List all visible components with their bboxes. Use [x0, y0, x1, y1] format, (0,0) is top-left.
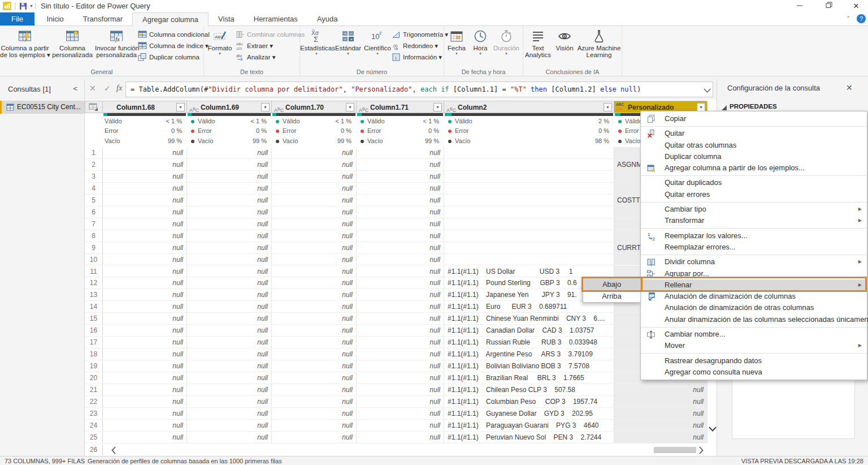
grid-cell[interactable] [444, 230, 614, 242]
grid-cell[interactable]: null [357, 301, 444, 313]
grid-cell[interactable]: null [272, 408, 357, 420]
grid-cell[interactable]: null [357, 206, 444, 218]
grid-cell[interactable]: null [103, 171, 187, 183]
menu-item-cambiar-tipo[interactable]: Cambiar tipo▶ [641, 204, 867, 215]
row-number[interactable]: 2 [85, 159, 103, 171]
row-number[interactable]: 20 [85, 372, 103, 384]
row-number[interactable]: 21 [85, 384, 103, 396]
menu-item-anulación-de-dinamización-de-otras-columnas[interactable]: Anulación de dinamización de otras colum… [641, 302, 867, 313]
close-window-button[interactable]: ✕ [847, 0, 866, 12]
grid-cell[interactable]: null [103, 408, 187, 420]
settings-pane-close-icon[interactable]: ✕ [846, 83, 853, 92]
ribbon-button-azure-machine[interactable]: Azure MachineLearning [576, 26, 622, 72]
row-number[interactable]: 24 [85, 420, 103, 432]
quick-access-dropdown-icon[interactable]: ▼ [29, 4, 33, 8]
grid-cell[interactable]: null [187, 277, 272, 289]
grid-cell[interactable]: null [272, 313, 357, 325]
filter-dropdown-icon[interactable]: ▼ [176, 103, 185, 111]
grid-cell[interactable]: null [357, 420, 444, 432]
menu-item-agregar-como-consulta-nueva[interactable]: Agregar como consulta nueva [641, 367, 867, 378]
row-number[interactable]: 6 [85, 206, 103, 218]
grid-cell[interactable]: null [187, 230, 272, 242]
grid-cell[interactable]: null [103, 147, 187, 159]
grid-cell[interactable]: null [357, 230, 444, 242]
grid-cell[interactable]: null [272, 159, 357, 171]
grid-cell[interactable]: null [272, 432, 357, 444]
grid-cell[interactable]: null [187, 360, 272, 372]
grid-cell[interactable]: null [272, 266, 357, 278]
grid-cell[interactable]: null [272, 183, 357, 195]
grid-cell[interactable]: null [187, 408, 272, 420]
grid-cell[interactable]: null [103, 360, 187, 372]
grid-cell[interactable]: null [103, 289, 187, 301]
grid-cell[interactable]: null [272, 396, 357, 408]
column-header-column1.71[interactable]: ABCColumn1.71▼ [357, 101, 444, 113]
grid-cell[interactable]: null [187, 242, 272, 254]
filter-dropdown-icon[interactable]: ▼ [261, 103, 270, 111]
ribbon-button-columna-de-índice-[interactable]: 123Columna de índice ▾ [138, 40, 203, 51]
grid-cell[interactable]: null [272, 242, 357, 254]
select-all-corner[interactable] [85, 101, 103, 113]
grid-cell[interactable] [444, 218, 614, 230]
ribbon-button-hora[interactable]: Hora▼ [469, 26, 492, 72]
grid-cell[interactable]: #1.1(#1.1) Argentine Peso ARS 3 3.79109 [444, 348, 614, 360]
submenu-item-abajo[interactable]: Abajo [583, 278, 640, 290]
ribbon-button-trigonometría-[interactable]: Trigonometría ▾ [392, 29, 442, 40]
grid-cell[interactable]: null [103, 325, 187, 337]
grid-cell[interactable]: null [103, 206, 187, 218]
grid-cell[interactable]: #1.1(#1.1) Columbian Peso COP 3 1957.74 [444, 396, 614, 408]
column-header-column1.69[interactable]: ABCColumn1.69▼ [187, 101, 272, 113]
row-number[interactable]: 15 [85, 313, 103, 325]
ribbon-button-duplicar-columna[interactable]: Duplicar columna [138, 51, 203, 63]
grid-cell[interactable]: null [357, 147, 444, 159]
grid-cell[interactable]: #1.1(#1.1) Russian Ruble RUB 3 0.033948 [444, 337, 614, 348]
grid-cell[interactable]: #1.1(#1.1) Bolivian Boliviano BOB 3 7.57… [444, 360, 614, 372]
grid-cell[interactable]: null [357, 266, 444, 278]
row-number[interactable]: 13 [85, 289, 103, 301]
row-number[interactable]: 25 [85, 432, 103, 444]
ribbon-button-redondeo-[interactable]: .00Redondeo ▾ [392, 40, 442, 51]
row-number[interactable]: 9 [85, 242, 103, 254]
grid-cell[interactable]: null [187, 254, 272, 266]
tab-vista[interactable]: Vista [209, 12, 244, 25]
grid-cell[interactable]: null [272, 301, 357, 313]
grid-cell[interactable]: null [272, 325, 357, 337]
grid-cell[interactable]: null [187, 432, 272, 444]
grid-cell[interactable]: #1.1(#1.1) Guyanese Dollar GYD 3 202.95 [444, 408, 614, 420]
grid-cell[interactable]: null [272, 230, 357, 242]
menu-item-anulación-de-dinamización-de-columnas[interactable]: Anulación de dinamización de columnas [641, 291, 867, 302]
grid-cell[interactable]: null [357, 408, 444, 420]
row-number[interactable]: 23 [85, 408, 103, 420]
grid-cell[interactable]: null [272, 384, 357, 396]
ribbon-button-visión[interactable]: Visión [553, 26, 576, 72]
filter-dropdown-icon[interactable]: ▼ [604, 103, 612, 111]
help-icon[interactable]: ? [857, 14, 866, 23]
vscroll-down-icon[interactable] [708, 425, 717, 432]
grid-cell[interactable]: null [103, 242, 187, 254]
row-number-last[interactable]: 26 [85, 445, 103, 455]
menu-item-rellenar[interactable]: Rellenar▶ [641, 279, 867, 291]
grid-cell[interactable]: null [614, 384, 708, 396]
grid-cell[interactable]: null [187, 313, 272, 325]
submenu-item-arriba[interactable]: Arriba [583, 290, 640, 302]
menu-item-reemplazar-los-valores[interactable]: Reemplazar los valores...12 [641, 230, 867, 242]
row-number[interactable]: 7 [85, 218, 103, 230]
grid-cell[interactable]: null [272, 420, 357, 432]
menu-item-cambiar-nombre[interactable]: Cambiar nombre... [641, 329, 867, 340]
grid-cell[interactable] [444, 254, 614, 266]
grid-cell[interactable]: null [357, 432, 444, 444]
grid-cell[interactable]: null [357, 254, 444, 266]
queries-pane-collapse-icon[interactable]: < [73, 84, 77, 93]
grid-cell[interactable] [444, 171, 614, 183]
grid-cell[interactable]: #1.1(#1.1) Chinese Yuan Renminbi CNY 3 6… [444, 313, 614, 325]
grid-cell[interactable]: null [357, 325, 444, 337]
grid-cell[interactable]: null [272, 289, 357, 301]
filter-dropdown-icon[interactable]: ▼ [433, 103, 442, 111]
menu-item-dividir-columna[interactable]: Dividir columna▶ [641, 256, 867, 268]
grid-cell[interactable]: null [103, 420, 187, 432]
grid-cell[interactable]: null [614, 408, 708, 420]
grid-cell[interactable]: null [103, 432, 187, 444]
hscroll-left-icon[interactable] [111, 446, 116, 455]
row-number[interactable]: 5 [85, 195, 103, 206]
grid-cell[interactable]: null [357, 242, 444, 254]
